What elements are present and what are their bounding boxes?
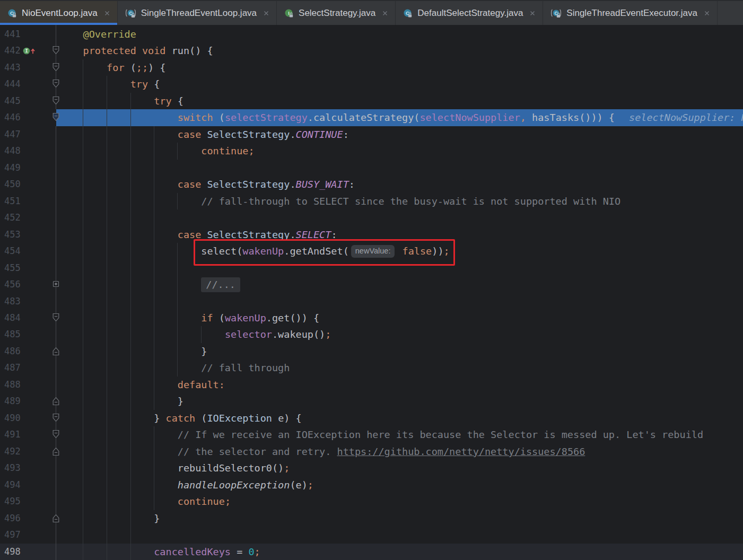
code-line-494[interactable]: 494 handleLoopException(e); bbox=[0, 477, 743, 493]
code-text[interactable]: case SelectStrategy.CONTINUE: bbox=[0, 126, 349, 143]
fold-marker-down-icon[interactable] bbox=[52, 413, 60, 423]
code-text[interactable]: rebuildSelector0(); bbox=[0, 460, 290, 476]
code-text[interactable]: // the selector and retry. https://githu… bbox=[0, 443, 585, 460]
fold-marker-down-icon[interactable] bbox=[52, 46, 60, 55]
code-line-442[interactable]: 442I protected void run() { bbox=[0, 42, 743, 59]
tab-label: SelectStrategy.java bbox=[299, 8, 375, 19]
code-text[interactable]: handleLoopException(e); bbox=[0, 477, 313, 493]
folded-code-chip[interactable]: //... bbox=[201, 277, 240, 292]
parameter-name-hint: newValue: bbox=[351, 245, 395, 258]
fold-marker-down-icon[interactable] bbox=[52, 112, 60, 122]
fold-marker-down-icon[interactable] bbox=[52, 79, 60, 89]
line-number[interactable]: 452 bbox=[4, 209, 25, 226]
code-line-492[interactable]: 492 // the selector and retry. https://g… bbox=[0, 443, 743, 460]
code-line-445[interactable]: 445 try { bbox=[0, 93, 743, 109]
code-text[interactable]: @Override bbox=[0, 26, 136, 42]
code-line-456[interactable]: 456 //... bbox=[0, 276, 743, 293]
comment-link[interactable]: https://github.com/netty/netty/issues/85… bbox=[337, 446, 585, 457]
tab-label: NioEventLoop.java bbox=[22, 8, 98, 19]
code-line-450[interactable]: 450 case SelectStrategy.BUSY_WAIT: bbox=[0, 176, 743, 192]
code-line-487[interactable]: 487 // fall through bbox=[0, 360, 743, 376]
code-line-490[interactable]: 490 } catch (IOException e) { bbox=[0, 410, 743, 426]
tab-label: SingleThreadEventExecutor.java bbox=[566, 8, 697, 19]
code-line-486[interactable]: 486 } bbox=[0, 343, 743, 360]
code-text[interactable]: protected void run() { bbox=[0, 42, 213, 59]
code-line-447[interactable]: 447 case SelectStrategy.CONTINUE: bbox=[0, 126, 743, 143]
tab-nioeventloop[interactable]: CNioEventLoop.java bbox=[0, 1, 118, 25]
code-line-455[interactable]: 455 bbox=[0, 260, 743, 276]
code-line-444[interactable]: 444 try { bbox=[0, 76, 743, 92]
code-line-448[interactable]: 448 continue; bbox=[0, 143, 743, 159]
code-line-449[interactable]: 449 bbox=[0, 160, 743, 176]
fold-marker-down-icon[interactable] bbox=[52, 96, 60, 106]
fold-marker-up-icon[interactable] bbox=[52, 396, 60, 406]
fold-marker-down-icon[interactable] bbox=[52, 430, 60, 439]
fold-marker-up-icon[interactable] bbox=[52, 346, 60, 356]
code-line-485[interactable]: 485 selector.wakeup(); bbox=[0, 326, 743, 343]
code-lines: 441 @Override442I protected void run() {… bbox=[0, 26, 743, 560]
code-line-497[interactable]: 497 bbox=[0, 527, 743, 543]
inline-type-hint: selectNowSupplier: Ni bbox=[629, 112, 743, 123]
tab-label: SingleThreadEventLoop.java bbox=[141, 8, 257, 19]
close-icon[interactable] bbox=[529, 10, 536, 16]
code-line-488[interactable]: 488 default: bbox=[0, 377, 743, 393]
line-number[interactable]: 449 bbox=[4, 160, 25, 176]
code-text[interactable]: default: bbox=[0, 377, 225, 393]
code-line-446[interactable]: 446 switch (selectStrategy.calculateStra… bbox=[0, 109, 743, 126]
expand-folded-region-icon[interactable] bbox=[52, 279, 60, 289]
code-text[interactable]: switch (selectStrategy.calculateStrategy… bbox=[0, 109, 743, 126]
code-editor[interactable]: 441 @Override442I protected void run() {… bbox=[0, 25, 743, 560]
code-line-452[interactable]: 452 bbox=[0, 209, 743, 226]
tab-singlethreadeventexecutor[interactable]: CSingleThreadEventExecutor.java bbox=[543, 1, 718, 25]
fold-marker-down-icon[interactable] bbox=[52, 63, 60, 72]
code-text[interactable]: case SelectStrategy.BUSY_WAIT: bbox=[0, 176, 355, 192]
code-text[interactable]: cancelledKeys = 0; bbox=[0, 544, 260, 560]
code-text[interactable]: // fall-through to SELECT since the busy… bbox=[0, 193, 620, 209]
code-line-484[interactable]: 484 if (wakenUp.get()) { bbox=[0, 310, 743, 326]
code-text[interactable]: } bbox=[0, 343, 207, 360]
line-number[interactable]: 483 bbox=[4, 293, 25, 310]
code-line-495[interactable]: 495 continue; bbox=[0, 493, 743, 510]
class-file-icon: C bbox=[403, 8, 413, 18]
code-text[interactable]: select(wakenUp.getAndSet(newValue: false… bbox=[0, 243, 450, 259]
code-text[interactable]: for (;;) { bbox=[0, 59, 166, 76]
code-text[interactable]: selector.wakeup(); bbox=[0, 326, 331, 343]
code-text[interactable]: continue; bbox=[0, 143, 255, 159]
interface-file-icon: I bbox=[284, 8, 294, 18]
code-text[interactable]: // fall through bbox=[0, 360, 290, 376]
tab-selectstrategy[interactable]: ISelectStrategy.java bbox=[277, 1, 396, 25]
code-text[interactable]: // If we receive an IOException here its… bbox=[0, 426, 703, 443]
code-text[interactable]: } bbox=[0, 510, 160, 527]
svg-text:I: I bbox=[288, 10, 290, 16]
code-line-443[interactable]: 443 for (;;) { bbox=[0, 59, 743, 76]
tab-singlethreadeventloop[interactable]: CSingleThreadEventLoop.java bbox=[118, 1, 277, 25]
fold-marker-up-icon[interactable] bbox=[52, 447, 60, 456]
line-number[interactable]: 455 bbox=[4, 260, 25, 276]
code-text[interactable]: } bbox=[0, 393, 183, 409]
code-line-453[interactable]: 453 case SelectStrategy.SELECT: bbox=[0, 226, 743, 243]
code-text[interactable]: try { bbox=[0, 76, 160, 92]
code-text[interactable]: } catch (IOException e) { bbox=[0, 410, 302, 426]
code-line-441[interactable]: 441 @Override bbox=[0, 26, 743, 42]
code-line-489[interactable]: 489 } bbox=[0, 393, 743, 409]
code-line-483[interactable]: 483 bbox=[0, 293, 743, 310]
tab-defaultselectstrategy[interactable]: CDefaultSelectStrategy.java bbox=[396, 1, 543, 25]
close-icon[interactable] bbox=[382, 10, 388, 16]
code-line-491[interactable]: 491 // If we receive an IOException here… bbox=[0, 426, 743, 443]
code-text[interactable]: continue; bbox=[0, 493, 231, 510]
fold-marker-down-icon[interactable] bbox=[52, 313, 60, 322]
code-text[interactable]: try { bbox=[0, 93, 183, 109]
close-icon[interactable] bbox=[263, 10, 269, 16]
close-icon[interactable] bbox=[104, 10, 110, 16]
code-line-493[interactable]: 493 rebuildSelector0(); bbox=[0, 460, 743, 476]
code-line-496[interactable]: 496 } bbox=[0, 510, 743, 527]
fold-marker-up-icon[interactable] bbox=[52, 513, 60, 523]
line-number[interactable]: 497 bbox=[4, 527, 25, 543]
code-text[interactable]: if (wakenUp.get()) { bbox=[0, 310, 319, 326]
code-line-454[interactable]: 454 select(wakenUp.getAndSet(newValue: f… bbox=[0, 243, 743, 259]
code-text[interactable]: case SelectStrategy.SELECT: bbox=[0, 226, 337, 243]
code-line-451[interactable]: 451 // fall-through to SELECT since the … bbox=[0, 193, 743, 209]
code-line-498[interactable]: 498 cancelledKeys = 0; bbox=[0, 544, 743, 560]
close-icon[interactable] bbox=[704, 10, 710, 16]
code-text[interactable]: //... bbox=[0, 276, 240, 293]
